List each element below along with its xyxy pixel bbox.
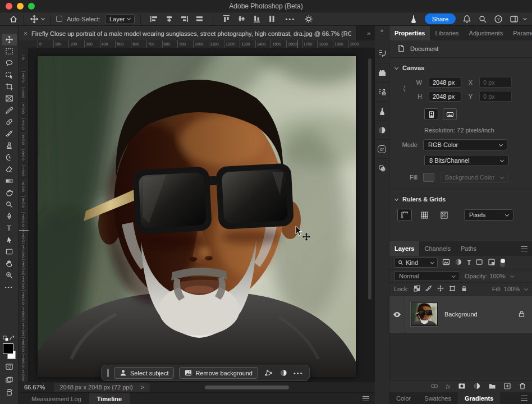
chevron-down-icon[interactable]: [524, 286, 528, 290]
clone-stamp-tool[interactable]: [2, 140, 17, 152]
more-options-icon[interactable]: •••: [285, 16, 295, 22]
tab-paths[interactable]: Paths: [456, 241, 481, 256]
ruler-units-select[interactable]: Pixels: [464, 209, 513, 221]
clone-source-icon[interactable]: [375, 82, 389, 101]
history-brush-tool[interactable]: [2, 152, 17, 163]
default-colors-icon[interactable]: [3, 336, 9, 342]
gradient-tool[interactable]: [2, 175, 17, 187]
help-icon[interactable]: ?: [494, 15, 503, 24]
ruler-vertical[interactable]: 0100200300400500600700800900100011001200…: [19, 48, 29, 382]
notifications-bell-icon[interactable]: [462, 15, 471, 24]
canvas-image[interactable]: [38, 56, 356, 377]
tab-adjustments[interactable]: Adjustments: [464, 26, 508, 40]
frame-tool[interactable]: [2, 93, 17, 104]
layer-lock-icon[interactable]: [518, 310, 525, 319]
width-field[interactable]: 2048 px: [429, 77, 461, 88]
align-left-icon[interactable]: [150, 15, 158, 23]
fill-color-swatch[interactable]: [423, 173, 434, 182]
eyedropper-tool[interactable]: [2, 104, 17, 116]
panel-menu-icon[interactable]: [363, 396, 369, 401]
grid-toggle-button[interactable]: [417, 209, 432, 221]
taskbar-drag-handle[interactable]: [107, 369, 109, 377]
delete-layer-icon[interactable]: [519, 382, 526, 391]
spot-healing-brush-tool[interactable]: [2, 116, 17, 128]
orientation-landscape-button[interactable]: [443, 108, 457, 120]
hand-tool[interactable]: [2, 258, 17, 269]
filter-toggle[interactable]: [500, 259, 505, 267]
eraser-tool[interactable]: [2, 163, 17, 175]
pen-tool[interactable]: [2, 210, 17, 222]
lock-artboard-icon[interactable]: [449, 285, 456, 293]
new-group-folder-icon[interactable]: [488, 382, 496, 391]
filter-smart-object-icon[interactable]: [488, 258, 496, 267]
align-bottom-icon[interactable]: [253, 15, 261, 23]
quick-mask-button[interactable]: [0, 362, 19, 371]
orientation-portrait-button[interactable]: [424, 108, 438, 120]
pixel-grid-toggle-button[interactable]: [437, 209, 451, 221]
align-right-icon[interactable]: [180, 15, 189, 23]
zoom-window-button[interactable]: [28, 3, 35, 10]
vertical-scrollbar[interactable]: [368, 58, 372, 300]
panel-menu-icon[interactable]: [521, 246, 528, 251]
home-icon[interactable]: [9, 15, 18, 24]
close-window-button[interactable]: [6, 3, 12, 10]
share-button[interactable]: Share: [425, 13, 456, 24]
brush-tool[interactable]: [2, 128, 17, 140]
edit-toolbar-button[interactable]: •••: [2, 281, 17, 293]
rotate-view-icon[interactable]: [0, 388, 19, 397]
rectangular-marquee-tool[interactable]: [2, 45, 17, 57]
transform-icon[interactable]: [263, 369, 273, 377]
tab-layers[interactable]: Layers: [389, 241, 419, 256]
taskbar-more-icon[interactable]: •••: [293, 370, 304, 377]
color-mode-select[interactable]: RGB Color: [423, 139, 507, 150]
layer-name[interactable]: Background: [444, 311, 478, 318]
tab-timeline[interactable]: Timeline: [89, 393, 130, 404]
swap-colors-icon[interactable]: [9, 336, 16, 342]
canvas-section-header[interactable]: Canvas: [389, 62, 532, 74]
layer-visibility-toggle[interactable]: [389, 296, 405, 333]
foreground-color-swatch[interactable]: [3, 343, 13, 354]
chevron-down-icon[interactable]: [41, 16, 45, 20]
opacity-value[interactable]: 100%: [489, 273, 505, 279]
adjustments-icon[interactable]: [278, 369, 288, 377]
move-tool[interactable]: [2, 34, 17, 45]
move-tool-icon[interactable]: [30, 15, 39, 24]
fill-opacity-value[interactable]: 100%: [504, 286, 520, 292]
remove-background-button[interactable]: Remove background: [179, 367, 258, 379]
rulers-grids-header[interactable]: Rulers & Grids: [389, 194, 532, 205]
type-tool[interactable]: T: [2, 222, 17, 234]
distribute-vertical-icon[interactable]: [268, 15, 276, 23]
rulers-toggle-button[interactable]: [397, 209, 412, 221]
path-selection-tool[interactable]: [2, 234, 17, 246]
document-info[interactable]: 2048 px x 2048 px (72 ppi) >: [54, 383, 150, 392]
filter-kind-dropdown[interactable]: Kind: [394, 258, 438, 268]
layer-thumbnail[interactable]: [411, 302, 438, 326]
object-selection-tool[interactable]: [2, 69, 17, 81]
blend-mode-select[interactable]: Normal: [394, 272, 460, 281]
link-dimensions-icon[interactable]: [401, 85, 409, 94]
lock-all-icon[interactable]: [461, 285, 467, 293]
filter-image-icon[interactable]: [442, 258, 450, 267]
crop-tool[interactable]: [2, 81, 17, 93]
tab-channels[interactable]: Channels: [419, 241, 455, 256]
auto-select-target-dropdown[interactable]: Layer: [105, 14, 135, 24]
lock-image-pixels-icon[interactable]: [425, 285, 432, 293]
dodge-tool[interactable]: [2, 199, 17, 210]
tab-color[interactable]: Color: [389, 392, 418, 404]
new-adjustment-layer-icon[interactable]: [473, 382, 481, 391]
add-layer-mask-icon[interactable]: [458, 382, 466, 391]
tab-gradients[interactable]: Gradients: [458, 392, 500, 404]
lasso-tool[interactable]: [2, 57, 17, 69]
tab-parametric[interactable]: Parametric: [508, 26, 532, 40]
tab-properties[interactable]: Properties: [389, 26, 430, 40]
chevron-down-icon[interactable]: [510, 273, 513, 277]
layer-effects-icon[interactable]: fx: [446, 383, 451, 390]
new-layer-icon[interactable]: [503, 382, 511, 391]
tab-overflow-icon[interactable]: »: [363, 26, 375, 40]
horizontal-scrollbar[interactable]: [205, 385, 289, 389]
height-field[interactable]: 2048 px: [429, 91, 461, 102]
filter-adjustment-icon[interactable]: [455, 258, 462, 267]
auto-select-checkbox[interactable]: [56, 16, 62, 22]
adjustments-icon[interactable]: [375, 120, 389, 139]
beta-flask-icon[interactable]: [375, 101, 389, 120]
